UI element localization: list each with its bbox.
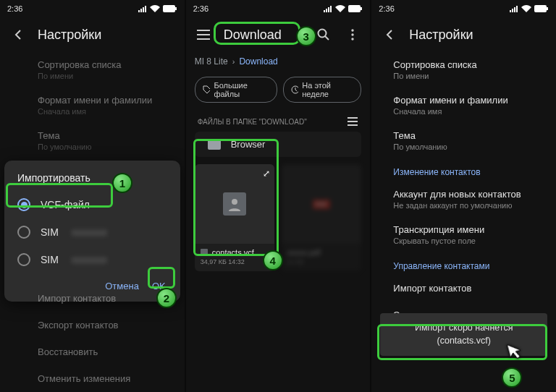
- svg-rect-11: [348, 124, 358, 126]
- phone-panel-3: 2:36 Настройки Сортировка списка По имен…: [371, 0, 556, 392]
- section-header: Изменение контактов: [393, 158, 556, 182]
- search-icon[interactable]: [315, 26, 332, 43]
- contact-small-icon: [201, 249, 208, 256]
- svg-rect-0: [163, 5, 175, 12]
- settings-item[interactable]: Тема По умолчанию: [38, 123, 185, 158]
- view-grid-icon[interactable]: [347, 116, 358, 127]
- svg-rect-3: [361, 7, 362, 10]
- settings-item[interactable]: Тема По умолчанию: [393, 123, 556, 158]
- radio-unchecked-icon: [17, 226, 30, 239]
- svg-rect-2: [348, 5, 361, 12]
- settings-item[interactable]: Экспорт контактов: [38, 312, 185, 339]
- settings-item[interactable]: Сортировка списка По имени: [393, 52, 556, 88]
- folder-browser[interactable]: Browser: [195, 132, 362, 157]
- radio-sim2[interactable]: SIM xxxxxxx: [4, 246, 180, 273]
- svg-rect-10: [348, 121, 358, 122]
- back-icon[interactable]: [380, 26, 397, 43]
- status-right: [138, 5, 177, 12]
- settings-item[interactable]: Аккаунт для новых контактов Не задан акк…: [393, 182, 556, 217]
- svg-point-4: [319, 30, 327, 38]
- radio-unchecked-icon: [17, 253, 30, 266]
- radio-vcf[interactable]: VCF-файл: [4, 191, 180, 218]
- phone-panel-1: 2:36 Настройки Сортировка списка По имен…: [0, 0, 185, 392]
- wifi-icon: [521, 5, 531, 12]
- background-dimmed: Сортировка списка По имени Формат имени …: [0, 52, 185, 158]
- radio-checked-icon: [17, 198, 30, 211]
- dialog-title: Импортировать: [4, 169, 180, 191]
- settings-item[interactable]: Восстановить: [38, 339, 185, 366]
- callout-badge-3: 3: [296, 26, 316, 46]
- status-bar: 2:36: [0, 0, 185, 17]
- section-header: Управление контактами: [393, 252, 556, 276]
- page-title: Download: [224, 27, 282, 43]
- settings-item[interactable]: Формат имени и фамилии Сначала имя: [393, 88, 556, 123]
- signal-icon: [138, 5, 147, 12]
- breadcrumb-current[interactable]: Download: [239, 56, 277, 67]
- page-title: Настройки: [409, 27, 473, 43]
- status-time: 2:36: [379, 4, 394, 13]
- wifi-icon: [150, 5, 160, 12]
- folder-icon: [208, 140, 221, 150]
- callout-badge-1: 1: [112, 173, 132, 193]
- file-name: contacts.vcf: [201, 248, 269, 257]
- app-bar: Download: [186, 17, 371, 52]
- callout-badge-2: 2: [156, 288, 177, 308]
- battery-icon: [348, 5, 363, 12]
- tag-icon: [203, 85, 211, 94]
- more-icon[interactable]: [344, 26, 361, 43]
- callout-badge-5: 5: [502, 367, 522, 388]
- settings-item[interactable]: Сортировка списка По имени: [38, 52, 185, 88]
- file-card-pdf[interactable]: PDF xxxxx.pdfxx КБ: [282, 164, 361, 271]
- battery-icon: [534, 5, 549, 12]
- hamburger-icon[interactable]: [195, 26, 212, 43]
- pdf-badge: PDF: [313, 200, 330, 209]
- contact-icon: [223, 192, 246, 216]
- signal-icon: [510, 5, 518, 12]
- svg-point-12: [232, 199, 237, 205]
- status-time: 2:36: [7, 4, 22, 13]
- phone-panel-2: 2:36 Download MI 8 Lite › Download Больш…: [186, 0, 371, 392]
- status-bar: 2:36: [186, 0, 371, 17]
- radio-sim1[interactable]: SIM xxxxxxx: [4, 218, 180, 246]
- settings-item[interactable]: Отменить изменения: [38, 366, 185, 392]
- clock-icon: [291, 85, 299, 94]
- breadcrumb-root[interactable]: MI 8 Lite: [195, 56, 228, 67]
- settings-item[interactable]: Транскрипция имени Скрывать пустое поле: [393, 217, 556, 252]
- file-thumbnail: ⤢: [195, 164, 274, 244]
- toast-line1: Импорт скоро начнется: [392, 322, 536, 335]
- svg-point-5: [352, 29, 354, 31]
- svg-point-6: [352, 33, 354, 35]
- section-label: ФАЙЛЫ В ПАПКЕ "DOWNLOAD": [186, 108, 371, 132]
- app-bar: Настройки: [371, 17, 556, 52]
- settings-item[interactable]: Импорт контактов: [393, 276, 556, 302]
- callout-badge-4: 4: [263, 250, 283, 270]
- chip-this-week[interactable]: На этой неделе: [283, 77, 362, 103]
- svg-rect-15: [547, 7, 548, 10]
- settings-item[interactable]: Формат имени и фамилии Сначала имя: [38, 88, 185, 123]
- back-icon[interactable]: [9, 26, 26, 43]
- svg-rect-1: [175, 7, 177, 10]
- chevron-right-icon: ›: [232, 57, 235, 66]
- file-meta-text: 34,97 КБ 14:32: [201, 258, 269, 265]
- chip-large-files[interactable]: Большие файлы: [195, 77, 277, 103]
- battery-icon: [163, 5, 177, 12]
- app-bar: Настройки: [0, 17, 185, 52]
- expand-icon: ⤢: [263, 169, 270, 179]
- page-title: Настройки: [38, 27, 101, 43]
- svg-rect-14: [534, 5, 547, 12]
- wifi-icon: [335, 5, 345, 12]
- signal-icon: [324, 5, 332, 12]
- status-time: 2:36: [193, 4, 208, 13]
- svg-rect-13: [201, 249, 208, 256]
- status-right: [324, 5, 363, 12]
- status-bar: 2:36: [371, 0, 556, 17]
- svg-rect-9: [348, 117, 358, 119]
- import-dialog: Импортировать VCF-файл SIM xxxxxxx SIM x…: [4, 161, 180, 302]
- filter-chips: Большие файлы На этой неделе: [186, 71, 371, 108]
- svg-point-7: [352, 38, 354, 40]
- file-card-contacts[interactable]: ⤢ contacts.vcf 34,97 КБ 14:32: [195, 164, 274, 271]
- breadcrumb: MI 8 Lite › Download: [186, 52, 371, 71]
- status-right: [510, 5, 549, 12]
